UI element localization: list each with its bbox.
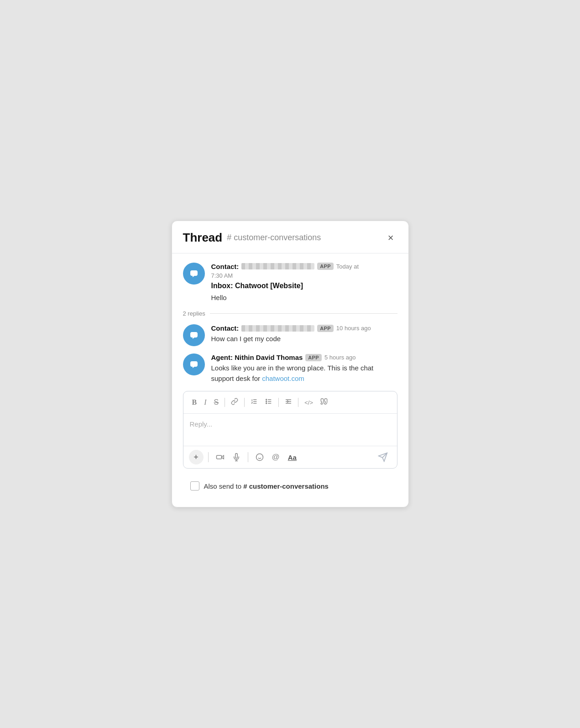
italic-button[interactable]: I <box>201 396 209 408</box>
panel-title: Thread <box>183 231 223 245</box>
ordered-list-button[interactable] <box>247 396 261 409</box>
avatar <box>183 324 205 346</box>
sender-name: Agent: Nithin David Thomas <box>211 353 303 361</box>
toolbar-separator <box>298 398 298 407</box>
message-content: Contact: APP Today at 7:30 AM Inbox: Cha… <box>211 263 397 303</box>
message-content: Agent: Nithin David Thomas APP 5 hours a… <box>211 353 397 384</box>
time-line: 7:30 AM <box>211 272 397 279</box>
add-button[interactable]: + <box>189 450 204 464</box>
svg-point-19 <box>256 454 263 461</box>
message-header: Contact: APP 10 hours ago <box>211 324 397 332</box>
panel-body: Contact: APP Today at 7:30 AM Inbox: Cha… <box>172 253 408 507</box>
message-header: Agent: Nithin David Thomas APP 5 hours a… <box>211 353 397 361</box>
reply-item: Agent: Nithin David Thomas APP 5 hours a… <box>183 353 397 384</box>
app-badge: APP <box>317 325 334 332</box>
chat-icon <box>188 268 200 280</box>
toolbar-separator <box>225 398 225 407</box>
mic-button[interactable] <box>230 451 243 463</box>
bullet-list-button[interactable] <box>262 396 276 409</box>
toolbar-separator <box>244 398 245 407</box>
timestamp: Today at <box>336 263 359 270</box>
message-header: Contact: APP Today at <box>211 263 397 270</box>
link-button[interactable] <box>228 396 241 409</box>
bold-button[interactable]: B <box>189 396 200 408</box>
sender-name: Contact: <box>211 324 239 332</box>
reply-box: B I S </> <box>183 391 397 469</box>
chat-icon <box>188 329 200 341</box>
svg-point-10 <box>266 401 267 402</box>
panel-channel: # customer-conversations <box>227 233 384 243</box>
strikethrough-button[interactable]: S <box>211 396 222 408</box>
also-send-row: Also send to # customer-conversations <box>183 476 397 498</box>
chatwoot-link[interactable]: chatwoot.com <box>262 375 304 382</box>
close-button[interactable]: × <box>384 230 397 246</box>
indent-button[interactable] <box>282 396 295 409</box>
toolbar-separator <box>278 398 279 407</box>
send-button[interactable] <box>374 450 392 464</box>
action-separator <box>248 452 248 462</box>
sender-redacted <box>241 263 314 269</box>
replies-divider: 2 replies <box>183 310 397 317</box>
app-badge: APP <box>305 354 322 361</box>
replies-count: 2 replies <box>183 310 205 317</box>
panel-header: Thread # customer-conversations × <box>172 221 408 253</box>
emoji-button[interactable] <box>253 451 266 463</box>
svg-point-9 <box>266 399 267 400</box>
sender-name: Contact: <box>211 263 239 270</box>
reply-item: Contact: APP 10 hours ago How can I get … <box>183 324 397 346</box>
reply-actions: + @ Aa <box>183 446 397 468</box>
also-send-checkbox[interactable] <box>190 481 199 491</box>
code-button[interactable]: </> <box>301 397 316 408</box>
video-button[interactable] <box>213 451 227 463</box>
timestamp: 5 hours ago <box>324 354 356 361</box>
message-text: Looks like you are in the wrong place. T… <box>211 363 397 384</box>
reply-toolbar: B I S </> <box>183 391 397 414</box>
quote-button[interactable] <box>317 396 331 409</box>
message-text: How can I get my code <box>211 334 397 344</box>
avatar <box>183 263 205 285</box>
reply-input[interactable]: Reply... <box>183 414 397 446</box>
timestamp: 10 hours ago <box>336 325 371 332</box>
chat-icon <box>188 359 200 370</box>
message-text: Hello <box>211 293 397 303</box>
font-button[interactable]: Aa <box>285 452 299 463</box>
avatar <box>183 353 205 375</box>
message-content: Contact: APP 10 hours ago How can I get … <box>211 324 397 346</box>
divider-line <box>210 313 397 314</box>
message-item: Contact: APP Today at 7:30 AM Inbox: Cha… <box>183 263 397 303</box>
app-badge: APP <box>317 263 334 270</box>
svg-point-11 <box>266 403 267 404</box>
message-subject: Inbox: Chatwoot [Website] <box>211 282 397 290</box>
sender-redacted <box>241 325 314 332</box>
reply-placeholder: Reply... <box>190 420 213 428</box>
mention-button[interactable]: @ <box>269 451 282 464</box>
thread-panel: Thread # customer-conversations × Contac… <box>172 221 409 508</box>
action-separator <box>208 452 209 462</box>
also-send-label: Also send to # customer-conversations <box>204 482 329 490</box>
